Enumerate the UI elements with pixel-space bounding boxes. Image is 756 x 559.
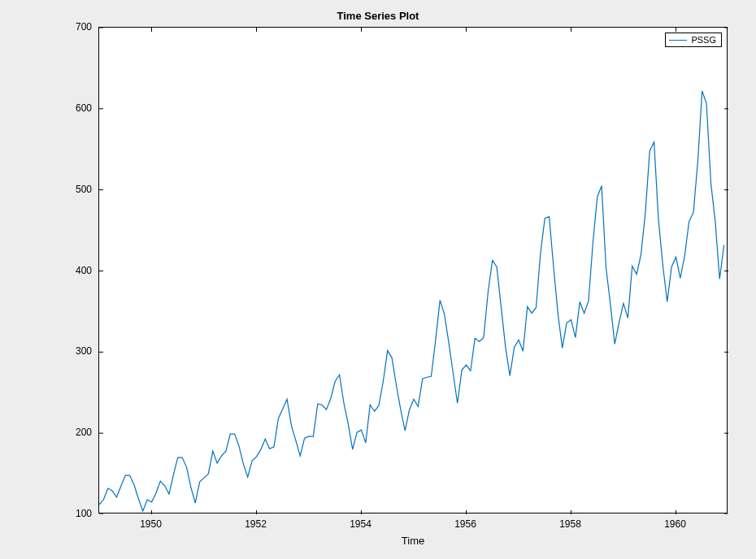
- figure-window: Time Series Plot PSSG Time 1002003004005…: [0, 0, 756, 559]
- x-tick-label: 1960: [651, 518, 700, 530]
- y-tick-label: 100: [59, 508, 92, 519]
- y-tick-label: 600: [59, 102, 92, 114]
- y-tick-label: 300: [59, 345, 92, 357]
- x-tick-label: 1952: [232, 518, 280, 530]
- plot-svg: [99, 28, 728, 514]
- legend-swatch: [669, 40, 687, 41]
- series-line: [99, 91, 724, 511]
- plot-axes: PSSG: [98, 27, 728, 514]
- legend-series-label: PSSG: [691, 35, 716, 45]
- y-tick-label: 500: [59, 184, 92, 195]
- x-tick-label: 1958: [546, 518, 595, 530]
- y-tick-label: 700: [59, 21, 92, 32]
- x-tick-label: 1954: [337, 518, 385, 530]
- x-axis-label: Time: [402, 535, 424, 547]
- chart-title: Time Series Plot: [0, 10, 756, 22]
- x-tick-label: 1950: [127, 518, 176, 530]
- y-tick-label: 400: [59, 265, 92, 276]
- y-tick-label: 200: [59, 427, 92, 438]
- x-tick-label: 1956: [441, 518, 490, 530]
- legend-box: PSSG: [665, 32, 722, 47]
